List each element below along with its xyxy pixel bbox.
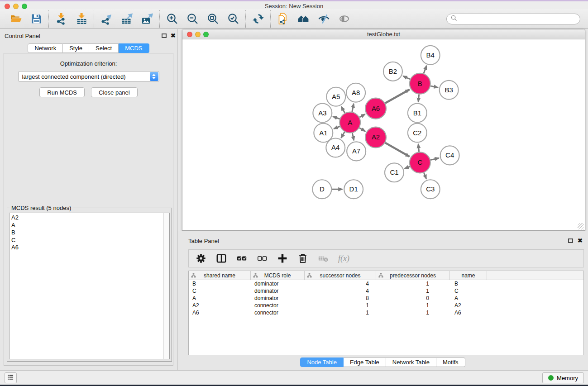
control-panel-float-button[interactable]: [162, 33, 167, 38]
graph-node-A7[interactable]: A7: [347, 142, 366, 161]
result-list-scrollbar[interactable]: [163, 213, 169, 359]
table-panel-float-button[interactable]: [568, 238, 573, 243]
tab-style[interactable]: Style: [63, 43, 89, 53]
graph-node-C4[interactable]: C4: [440, 146, 459, 165]
graph-edge-C-C3[interactable]: [424, 173, 426, 179]
graph-edge-A6-B[interactable]: [385, 90, 409, 103]
table-cell[interactable]: dominator: [251, 295, 305, 301]
network-zoom-light[interactable]: [203, 32, 209, 37]
table-cell[interactable]: 4: [305, 281, 376, 287]
zoom-selected-button[interactable]: [226, 12, 240, 26]
import-table-button[interactable]: [74, 12, 89, 26]
table-cell[interactable]: A6: [450, 310, 487, 316]
graph-node-A[interactable]: A: [339, 112, 360, 133]
table-row-A2[interactable]: A2connector11A2: [189, 302, 583, 309]
tab-mcds[interactable]: MCDS: [119, 43, 149, 53]
graph-edge-A-A2[interactable]: [359, 128, 365, 131]
graph-edge-C-C2[interactable]: [418, 144, 419, 152]
graph-edge-A-A4[interactable]: [341, 132, 345, 138]
graph-node-D1[interactable]: D1: [344, 180, 363, 199]
graph-edge-B-B4[interactable]: [424, 66, 426, 73]
table-cell[interactable]: dominator: [251, 288, 305, 294]
zoom-out-button[interactable]: [185, 12, 200, 26]
app-titlebar[interactable]: Session: New Session: [0, 1, 588, 9]
table-tab-motifs[interactable]: Motifs: [436, 357, 465, 367]
fx-function-icon[interactable]: f(x): [337, 254, 349, 263]
graph-edge-B-B3[interactable]: [430, 86, 438, 88]
table-cell[interactable]: connector: [251, 310, 305, 316]
graph-edge-A2-C[interactable]: [385, 143, 410, 157]
column-header-shared-name[interactable]: shared name: [189, 271, 251, 280]
import-network-button[interactable]: [54, 12, 68, 26]
show-hide-graphics-button[interactable]: [316, 12, 331, 26]
tab-network[interactable]: Network: [28, 43, 63, 53]
zoom-fit-button[interactable]: [206, 12, 220, 26]
graph-edge-B-B1[interactable]: [418, 95, 419, 102]
select-all-button[interactable]: [235, 252, 248, 265]
delete-column-button[interactable]: [296, 252, 309, 265]
network-close-light[interactable]: [187, 32, 192, 37]
tab-select[interactable]: Select: [89, 43, 119, 53]
column-header-successor-nodes[interactable]: successor nodes: [305, 271, 376, 280]
search-input[interactable]: [460, 15, 576, 23]
table-cell[interactable]: 1: [305, 310, 376, 316]
table-row-A6[interactable]: A6connector11A6: [189, 309, 583, 316]
graph-node-A4[interactable]: A4: [326, 138, 345, 157]
open-folder-button[interactable]: [9, 12, 23, 26]
table-cell[interactable]: 0: [376, 295, 450, 301]
table-cell[interactable]: A2: [189, 302, 251, 309]
graph-node-A8[interactable]: A8: [346, 83, 365, 102]
table-cell[interactable]: B: [450, 281, 487, 287]
graph-edge-C-C4[interactable]: [430, 158, 439, 160]
table-row-A[interactable]: Adominator80A: [189, 295, 583, 302]
table-cell[interactable]: 4: [305, 288, 376, 294]
graph-edge-B-B2[interactable]: [403, 76, 410, 79]
table-cell[interactable]: C: [189, 288, 251, 294]
table-cell[interactable]: 1: [376, 288, 450, 294]
save-button[interactable]: [29, 12, 43, 26]
table-cell[interactable]: B: [189, 281, 251, 287]
export-table-button[interactable]: [120, 12, 134, 26]
table-tab-edge-table[interactable]: Edge Table: [344, 357, 386, 367]
run-mcds-button[interactable]: Run MCDS: [39, 87, 85, 97]
split-view-button[interactable]: [215, 252, 228, 265]
export-image-button[interactable]: [140, 12, 154, 26]
task-history-button[interactable]: [5, 372, 17, 383]
delete-table-button[interactable]: [317, 252, 330, 265]
graph-node-C2[interactable]: C2: [408, 124, 427, 143]
zoom-in-button[interactable]: [165, 12, 179, 26]
deselect-all-button[interactable]: [256, 252, 268, 265]
table-cell[interactable]: dominator: [251, 281, 305, 287]
new-network-file-button[interactable]: [276, 12, 290, 26]
mcds-result-item-A6[interactable]: A6: [11, 244, 163, 252]
table-cell[interactable]: 1: [376, 302, 450, 309]
graph-node-A5[interactable]: A5: [326, 87, 345, 106]
mcds-result-item-A[interactable]: A: [11, 222, 163, 229]
graph-edge-A-A8[interactable]: [352, 104, 354, 112]
graph-node-C3[interactable]: C3: [421, 180, 440, 199]
graph-node-A6[interactable]: A6: [365, 98, 386, 119]
table-cell[interactable]: A6: [189, 310, 251, 316]
table-cell[interactable]: A: [450, 295, 487, 301]
table-row-C[interactable]: Cdominator41C: [189, 287, 583, 295]
home-button[interactable]: [296, 12, 311, 26]
column-header-MCDS-role[interactable]: MCDS role: [251, 271, 305, 280]
table-cell[interactable]: C: [450, 288, 487, 294]
table-cell[interactable]: 1: [305, 302, 376, 309]
network-canvas[interactable]: B4B2BB3A8A5A6A3B1AC2A1A2A4A7C4CC1C3DD1: [182, 40, 585, 230]
network-canvas-area[interactable]: B4B2BB3A8A5A6A3B1AC2A1A2A4A7C4CC1C3DD1: [182, 40, 585, 230]
eye-button[interactable]: [337, 12, 351, 26]
add-column-button[interactable]: [276, 252, 289, 265]
graph-edge-A-A6[interactable]: [359, 114, 365, 118]
graph-node-B4[interactable]: B4: [421, 46, 440, 65]
table-cell[interactable]: A: [189, 295, 251, 301]
table-cell[interactable]: connector: [251, 302, 305, 309]
graph-node-A3[interactable]: A3: [313, 104, 332, 123]
control-panel-close-button[interactable]: ✖: [171, 33, 176, 38]
graph-edge-A-A3[interactable]: [333, 117, 340, 119]
column-header-name[interactable]: name: [450, 271, 487, 280]
table-tab-network-table[interactable]: Network Table: [386, 357, 436, 367]
mcds-result-item-A2[interactable]: A2: [11, 214, 163, 222]
settings-gear-button[interactable]: [195, 252, 207, 265]
mcds-result-item-B[interactable]: B: [11, 229, 163, 237]
